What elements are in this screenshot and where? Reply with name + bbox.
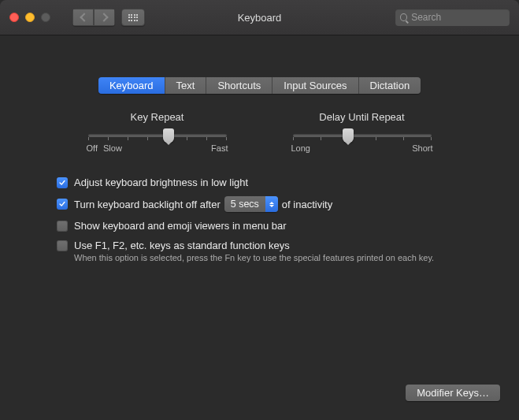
tab-keyboard[interactable]: Keyboard <box>98 77 165 94</box>
titlebar: Keyboard <box>0 0 519 35</box>
modifier-keys-button[interactable]: Modifier Keys… <box>406 385 500 401</box>
sliders-row: Key Repeat Off Slow Fast Delay Until Rep… <box>19 111 500 153</box>
key-repeat-thumb[interactable] <box>163 128 174 143</box>
show-all-button[interactable] <box>121 9 145 26</box>
grid-icon <box>128 14 139 21</box>
fn-keys-option: Use F1, F2, etc. keys as standard functi… <box>57 240 500 251</box>
fn-keys-checkbox[interactable] <box>57 240 68 251</box>
nav-buttons <box>72 9 115 26</box>
key-repeat-slider[interactable] <box>88 134 227 137</box>
adjust-brightness-label: Adjust keyboard brightness in low light <box>74 177 248 188</box>
chevron-left-icon <box>80 13 88 21</box>
forward-button[interactable] <box>94 9 115 26</box>
backlight-off-checkbox[interactable] <box>57 199 68 210</box>
maximize-window-button <box>41 13 50 22</box>
fn-keys-label: Use F1, F2, etc. keys as standard functi… <box>74 240 290 251</box>
backlight-off-option: Turn keyboard backlight off after 5 secs… <box>57 196 500 212</box>
options-list: Adjust keyboard brightness in low light … <box>57 177 500 262</box>
dropdown-arrows-icon <box>265 196 278 212</box>
delay-until-repeat-label: Delay Until Repeat <box>291 111 433 123</box>
show-viewers-checkbox[interactable] <box>57 221 68 232</box>
backlight-timeout-dropdown[interactable]: 5 secs <box>224 196 278 212</box>
search-input[interactable] <box>411 12 505 23</box>
window-controls <box>9 13 50 22</box>
delay-until-repeat-scale: Long Short <box>291 143 433 153</box>
delay-until-repeat-group: Delay Until Repeat Long Short <box>291 111 433 153</box>
delay-until-repeat-slider[interactable] <box>293 134 432 137</box>
adjust-brightness-option: Adjust keyboard brightness in low light <box>57 177 500 188</box>
back-button[interactable] <box>72 9 94 26</box>
tab-input-sources[interactable]: Input Sources <box>272 77 358 94</box>
content-area: KeyboardTextShortcutsInput SourcesDictat… <box>0 35 519 420</box>
close-window-button[interactable] <box>9 13 19 22</box>
tab-shortcuts[interactable]: Shortcuts <box>206 77 272 94</box>
chevron-right-icon <box>99 13 108 21</box>
search-field[interactable] <box>395 9 510 26</box>
key-repeat-label: Key Repeat <box>87 111 228 123</box>
show-viewers-label: Show keyboard and emoji viewers in menu … <box>74 220 287 232</box>
fn-keys-hint: When this option is selected, press the … <box>74 253 500 262</box>
key-repeat-scale: Off Slow Fast <box>87 143 228 153</box>
tab-dictation[interactable]: Dictation <box>359 77 421 94</box>
minimize-window-button[interactable] <box>25 13 35 22</box>
window-title: Keyboard <box>238 12 282 24</box>
backlight-off-label-post: of inactivity <box>282 199 332 210</box>
search-icon <box>400 13 407 21</box>
backlight-off-label-pre: Turn keyboard backlight off after <box>74 199 221 210</box>
tab-row: KeyboardTextShortcutsInput SourcesDictat… <box>19 77 500 94</box>
adjust-brightness-checkbox[interactable] <box>57 177 68 188</box>
show-viewers-option: Show keyboard and emoji viewers in menu … <box>57 220 500 232</box>
key-repeat-group: Key Repeat Off Slow Fast <box>87 111 228 153</box>
tab-text[interactable]: Text <box>165 77 207 94</box>
delay-until-repeat-thumb[interactable] <box>343 128 354 143</box>
backlight-timeout-value: 5 secs <box>224 199 265 210</box>
